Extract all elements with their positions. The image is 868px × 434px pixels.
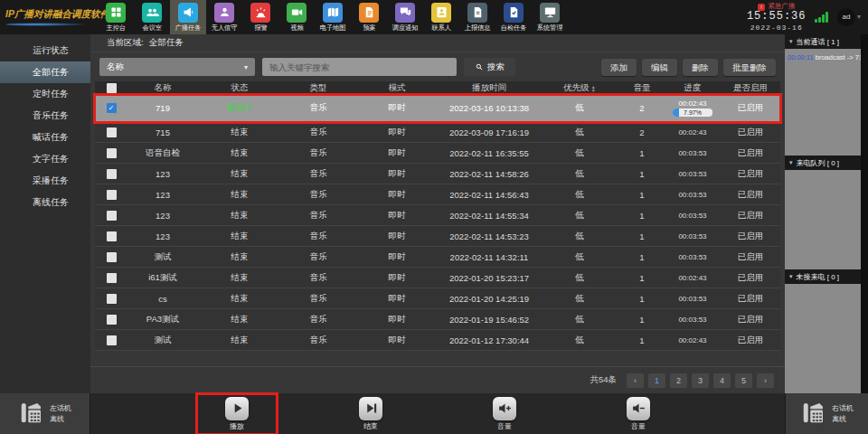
cell-type: 音乐 bbox=[281, 189, 355, 201]
table-row[interactable]: i61测试结束音乐即时2022-01-20 15:23:17低100:02:43… bbox=[95, 268, 780, 288]
avatar[interactable]: ad bbox=[837, 8, 855, 26]
sidebar-item[interactable]: 离线任务 bbox=[0, 192, 90, 213]
call-entry[interactable]: 00:00:11 broadcast -> 719 bbox=[788, 53, 858, 61]
page-prev-button[interactable]: ‹ bbox=[627, 373, 644, 388]
top-nav-item[interactable]: 联系人 bbox=[423, 0, 459, 34]
right-phone-status[interactable]: 右话机 离线 bbox=[785, 393, 868, 434]
header-cell[interactable]: 优先级▲▼ bbox=[540, 82, 619, 94]
table-row[interactable]: 123结束音乐即时2022-02-11 14:55:34低100:03:53已启… bbox=[95, 205, 780, 226]
header-cell-label: 优先级 bbox=[563, 82, 590, 94]
header-cell[interactable]: 音量 bbox=[619, 82, 665, 94]
header-cell[interactable]: 状态 bbox=[198, 82, 281, 94]
row-checkbox[interactable]: ✓ bbox=[107, 103, 117, 113]
transport-button[interactable]: 结束 bbox=[332, 395, 410, 433]
row-checkbox[interactable] bbox=[107, 148, 117, 158]
action-button[interactable]: 添加 bbox=[601, 59, 637, 76]
header-cell[interactable]: 播放时间 bbox=[439, 82, 540, 94]
top-nav-item[interactable]: 会议室 bbox=[134, 0, 170, 34]
top-nav-item[interactable]: 广播任务 bbox=[170, 0, 206, 34]
cell-play-time: 2022-02-11 14:53:23 bbox=[439, 231, 540, 241]
filter-select[interactable]: 名称 ▾ bbox=[99, 58, 255, 76]
page-number-button[interactable]: 5 bbox=[735, 373, 752, 388]
top-nav-item[interactable]: 预案 bbox=[351, 0, 387, 34]
call-panel-section-header[interactable]: ▾未接来电 [ 0 ] bbox=[785, 269, 861, 284]
sidebar-item[interactable]: 文字任务 bbox=[0, 148, 90, 170]
row-checkbox[interactable] bbox=[107, 335, 117, 345]
sidebar-item[interactable]: 采播任务 bbox=[0, 170, 90, 192]
row-checkbox[interactable] bbox=[107, 252, 117, 262]
action-button[interactable]: 编辑 bbox=[642, 59, 677, 76]
top-nav-item[interactable]: 主控台 bbox=[98, 0, 134, 34]
table-row[interactable]: 语音自检结束音乐即时2022-02-11 16:35:55低100:03:53已… bbox=[95, 143, 780, 164]
sidebar-item[interactable]: 定时任务 bbox=[0, 83, 90, 105]
transport-button[interactable]: 音量 bbox=[466, 395, 543, 433]
action-button[interactable]: 删除 bbox=[683, 59, 718, 76]
page-next-button[interactable]: › bbox=[757, 373, 774, 388]
table-row[interactable]: 715结束音乐即时2022-03-09 17:16:19低200:02:43已启… bbox=[95, 122, 780, 143]
chevron-down-icon: ▾ bbox=[789, 273, 793, 280]
header-cell[interactable]: 名称 bbox=[127, 82, 198, 94]
sidebar-item[interactable]: 喊话任务 bbox=[0, 127, 90, 148]
table-row[interactable]: 123结束音乐即时2022-02-11 14:58:26低100:03:53已启… bbox=[95, 164, 780, 184]
total-count: 共54条 bbox=[590, 374, 617, 386]
table-row[interactable]: PA3测试结束音乐即时2022-01-19 15:46:52低100:03:53… bbox=[95, 309, 780, 330]
page-number-button[interactable]: 3 bbox=[692, 373, 709, 388]
row-checkbox[interactable] bbox=[107, 315, 117, 325]
top-nav-item[interactable]: 调度通知 bbox=[387, 0, 423, 34]
top-nav-item[interactable]: 无人值守 bbox=[206, 0, 242, 34]
select-all-checkbox[interactable] bbox=[107, 83, 117, 93]
row-checkbox[interactable] bbox=[107, 231, 117, 241]
user-menu[interactable]: ad ▾ bbox=[837, 8, 861, 26]
table-row[interactable]: ✓719播放中音乐即时2022-03-16 10:13:38低200:02:43… bbox=[95, 95, 780, 122]
row-cell-checkbox bbox=[95, 335, 127, 345]
top-nav-item[interactable]: 系统管理 bbox=[532, 0, 568, 34]
row-cell-checkbox bbox=[95, 127, 127, 137]
row-cell-checkbox bbox=[95, 148, 127, 158]
clock-block: ! 紧急广播 15:55:36 2022-03-16 bbox=[747, 3, 807, 32]
top-nav-item-label: 预案 bbox=[363, 24, 375, 33]
filter-select-value: 名称 bbox=[107, 61, 124, 73]
transport-button[interactable]: 播放 bbox=[198, 395, 276, 433]
sidebar-item[interactable]: 音乐任务 bbox=[0, 105, 90, 127]
sidebar-item[interactable]: 全部任务 bbox=[0, 61, 90, 83]
cell-mode: 即时 bbox=[355, 251, 439, 263]
page-number-button[interactable]: 2 bbox=[670, 373, 687, 388]
row-checkbox[interactable] bbox=[107, 294, 117, 304]
row-checkbox[interactable] bbox=[107, 127, 117, 137]
page-number-button[interactable]: 4 bbox=[713, 373, 731, 388]
header-cell[interactable]: 进度 bbox=[665, 82, 721, 94]
top-nav-item[interactable]: 电子地图 bbox=[315, 0, 351, 34]
sidebar-item[interactable]: 运行状态 bbox=[0, 40, 90, 61]
left-phone-status[interactable]: 左话机 离线 bbox=[0, 393, 90, 434]
sort-icon[interactable]: ▲▼ bbox=[591, 85, 596, 92]
table-row[interactable]: cs结束音乐即时2022-01-20 14:25:19低100:03:53已启用 bbox=[95, 288, 780, 309]
row-checkbox[interactable] bbox=[107, 273, 117, 283]
top-nav-item[interactable]: 上报信息 bbox=[459, 0, 495, 34]
header-cell[interactable]: 类型 bbox=[281, 82, 355, 94]
table-row[interactable]: 测试结束音乐即时2022-01-12 17:30:44低100:02:43已启用 bbox=[95, 330, 780, 351]
table-row[interactable]: 123结束音乐即时2022-02-11 14:53:23低100:03:53已启… bbox=[95, 226, 780, 247]
cell-priority: 低 bbox=[540, 231, 619, 242]
page-number-button[interactable]: 1 bbox=[648, 373, 665, 388]
search-button[interactable]: 搜索 bbox=[464, 58, 515, 76]
row-checkbox[interactable] bbox=[107, 190, 117, 200]
header-cell[interactable]: 是否启用 bbox=[721, 82, 780, 94]
clock-date: 2022-03-16 bbox=[747, 24, 807, 32]
call-panel-section-header[interactable]: ▾当前通话 [ 1 ] bbox=[785, 34, 861, 49]
play-icon bbox=[225, 397, 249, 420]
top-nav-item[interactable]: 自检任务 bbox=[495, 0, 532, 34]
signal-strength-icon bbox=[815, 12, 828, 23]
top-nav-item[interactable]: 报警 bbox=[242, 0, 278, 34]
cell-status: 结束 bbox=[198, 147, 281, 159]
cell-priority: 低 bbox=[540, 168, 619, 180]
search-input[interactable] bbox=[262, 58, 457, 76]
transport-button[interactable]: 音量 bbox=[599, 395, 677, 433]
table-row[interactable]: 测试结束音乐即时2022-02-11 14:32:11低100:03:53已启用 bbox=[95, 247, 780, 268]
call-panel-section-header[interactable]: ▾来电队列 [ 0 ] bbox=[785, 156, 861, 170]
action-button[interactable]: 批量删除 bbox=[723, 59, 776, 76]
table-row[interactable]: 123结束音乐即时2022-02-11 14:56:43低100:03:53已启… bbox=[95, 184, 780, 205]
top-nav-item[interactable]: 视频 bbox=[278, 0, 315, 34]
header-cell[interactable]: 模式 bbox=[355, 82, 439, 94]
row-checkbox[interactable] bbox=[107, 169, 117, 179]
row-checkbox[interactable] bbox=[107, 211, 117, 221]
